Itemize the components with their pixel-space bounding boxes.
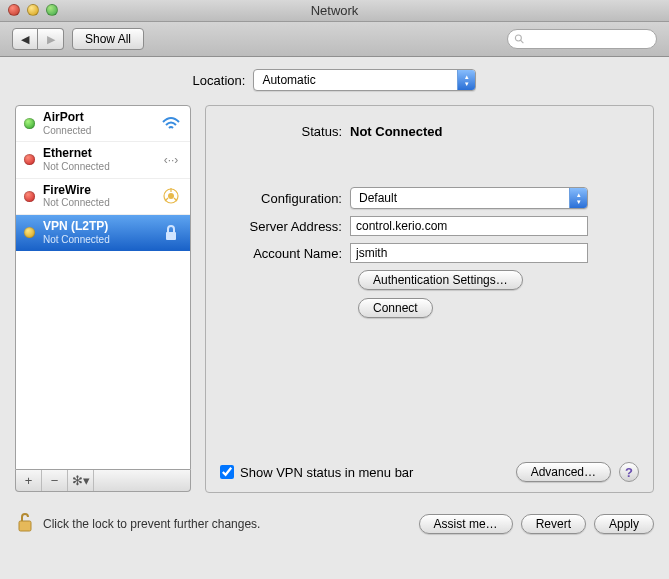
service-name: AirPort [43, 111, 152, 125]
svg-line-1 [521, 40, 524, 43]
apply-button[interactable]: Apply [594, 514, 654, 534]
service-name: VPN (L2TP) [43, 220, 152, 234]
status-dot-icon [24, 227, 35, 238]
connect-label: Connect [373, 301, 418, 315]
svg-point-3 [168, 193, 174, 199]
service-name: Ethernet [43, 147, 152, 161]
minimize-window-button[interactable] [27, 4, 39, 16]
ethernet-icon: ‹··› [160, 152, 182, 168]
window-titlebar: Network [0, 0, 669, 22]
search-field[interactable] [507, 29, 657, 49]
svg-rect-9 [19, 521, 31, 531]
help-button[interactable]: ? [619, 462, 639, 482]
sidebar-toolbar: + − ✻▾ [15, 470, 191, 492]
close-window-button[interactable] [8, 4, 20, 16]
zoom-window-button[interactable] [46, 4, 58, 16]
account-name-label: Account Name: [220, 246, 350, 261]
plus-icon: + [25, 473, 33, 488]
sidebar-item-ethernet[interactable]: Ethernet Not Connected ‹··› [16, 142, 190, 178]
configuration-label: Configuration: [220, 191, 350, 206]
window-title: Network [311, 3, 359, 18]
svg-rect-8 [166, 232, 176, 240]
triangle-right-icon: ▶ [47, 33, 55, 46]
service-status: Not Connected [43, 161, 152, 173]
search-icon [514, 33, 525, 45]
window-controls [8, 4, 58, 16]
service-status: Not Connected [43, 197, 152, 209]
location-label: Location: [193, 73, 246, 88]
revert-label: Revert [536, 517, 571, 531]
location-value: Automatic [262, 73, 315, 87]
service-status: Not Connected [43, 234, 152, 246]
connect-button[interactable]: Connect [358, 298, 433, 318]
remove-service-button[interactable]: − [42, 470, 68, 491]
location-select[interactable]: Automatic [253, 69, 476, 91]
gear-icon: ✻▾ [72, 473, 90, 488]
show-vpn-status-checkbox[interactable]: Show VPN status in menu bar [220, 465, 413, 480]
svg-point-0 [515, 35, 521, 41]
service-status: Connected [43, 125, 152, 137]
status-dot-icon [24, 191, 35, 202]
svg-text:‹··›: ‹··› [164, 153, 179, 167]
server-address-label: Server Address: [220, 219, 350, 234]
add-service-button[interactable]: + [16, 470, 42, 491]
show-all-label: Show All [85, 32, 131, 46]
advanced-button[interactable]: Advanced… [516, 462, 611, 482]
show-vpn-status-label: Show VPN status in menu bar [240, 465, 413, 480]
revert-button[interactable]: Revert [521, 514, 586, 534]
back-button[interactable]: ◀ [12, 28, 38, 50]
auth-settings-button[interactable]: Authentication Settings… [358, 270, 523, 290]
advanced-label: Advanced… [531, 465, 596, 479]
status-dot-icon [24, 154, 35, 165]
question-icon: ? [625, 465, 633, 480]
auth-settings-label: Authentication Settings… [373, 273, 508, 287]
status-dot-icon [24, 118, 35, 129]
toolbar: ◀ ▶ Show All [0, 22, 669, 57]
configuration-value: Default [359, 191, 397, 205]
show-vpn-status-input[interactable] [220, 465, 234, 479]
unlock-icon[interactable] [15, 511, 35, 536]
assist-me-label: Assist me… [434, 517, 498, 531]
action-menu-button[interactable]: ✻▾ [68, 470, 94, 491]
detail-panel: Status: Not Connected Configuration: Def… [205, 105, 654, 493]
service-name: FireWire [43, 184, 152, 198]
wifi-icon [160, 116, 182, 132]
configuration-select[interactable]: Default [350, 187, 588, 209]
apply-label: Apply [609, 517, 639, 531]
chevron-updown-icon [569, 188, 587, 208]
lock-text: Click the lock to prevent further change… [43, 517, 260, 531]
forward-button[interactable]: ▶ [38, 28, 64, 50]
server-address-input[interactable] [350, 216, 588, 236]
assist-me-button[interactable]: Assist me… [419, 514, 513, 534]
lock-icon [160, 224, 182, 242]
minus-icon: − [51, 473, 59, 488]
show-all-button[interactable]: Show All [72, 28, 144, 50]
firewire-icon [160, 187, 182, 205]
search-input[interactable] [529, 33, 650, 45]
nav-segment: ◀ ▶ [12, 28, 64, 50]
status-label: Status: [220, 124, 350, 139]
sidebar-item-vpn[interactable]: VPN (L2TP) Not Connected [16, 215, 190, 251]
chevron-updown-icon [457, 70, 475, 90]
location-row: Location: Automatic [15, 69, 654, 91]
service-list: AirPort Connected Ethernet Not Connected… [15, 105, 191, 470]
triangle-left-icon: ◀ [21, 33, 29, 46]
sidebar-item-airport[interactable]: AirPort Connected [16, 106, 190, 142]
sidebar-item-firewire[interactable]: FireWire Not Connected [16, 179, 190, 215]
status-value: Not Connected [350, 124, 639, 139]
footer: Click the lock to prevent further change… [0, 501, 669, 546]
account-name-input[interactable] [350, 243, 588, 263]
